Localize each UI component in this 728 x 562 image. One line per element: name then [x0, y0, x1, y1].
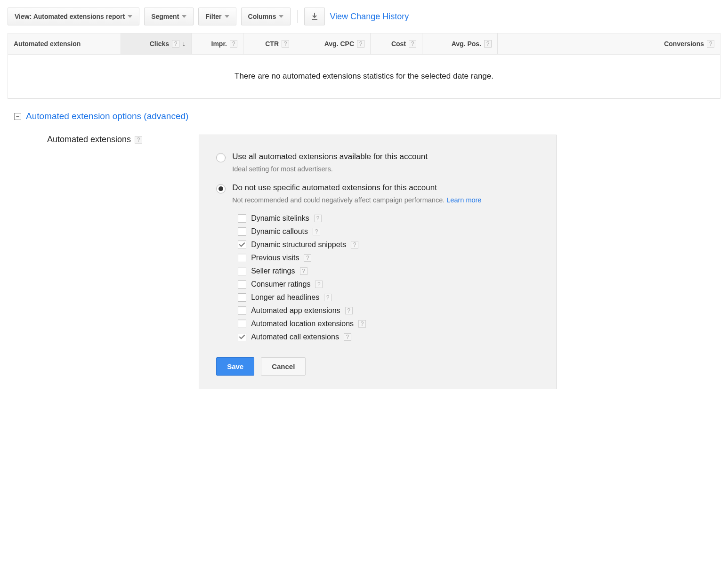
checkbox-row[interactable]: Dynamic structured snippets?	[238, 241, 539, 249]
col-header-label: Conversions	[664, 40, 704, 48]
col-header-label: Cost	[391, 40, 406, 48]
help-icon[interactable]: ?	[351, 241, 358, 249]
help-icon[interactable]: ?	[282, 40, 289, 48]
help-icon[interactable]: ?	[172, 40, 179, 48]
col-header-label: CTR	[265, 40, 279, 48]
help-icon[interactable]: ?	[315, 281, 323, 288]
radio-label: Do not use specific automated extensions…	[232, 183, 437, 193]
col-header-impr[interactable]: Impr. ?	[192, 33, 243, 54]
subtext-body: Not recommended and could negatively aff…	[232, 196, 446, 204]
segment-dropdown-label: Segment	[151, 13, 179, 20]
col-header-avg-cpc[interactable]: Avg. CPC ?	[295, 33, 371, 54]
advanced-section-header: − Automated extension options (advanced)	[14, 111, 720, 121]
checkbox-icon[interactable]	[238, 333, 246, 341]
checkbox-icon[interactable]	[238, 241, 246, 249]
checkbox-label: Dynamic sitelinks	[251, 214, 309, 223]
table-header-row: Automated extension Clicks ? ↓ Impr. ? C…	[8, 33, 720, 55]
checkbox-label: Seller ratings	[251, 267, 295, 275]
checkbox-row[interactable]: Seller ratings?	[238, 267, 539, 275]
help-icon[interactable]: ?	[357, 40, 364, 48]
radio-icon[interactable]	[216, 184, 226, 193]
radio-icon[interactable]	[216, 153, 226, 162]
table-empty-message: There are no automated extensions statis…	[8, 55, 720, 98]
extension-checkbox-list: Dynamic sitelinks?Dynamic callouts?Dynam…	[238, 214, 539, 341]
view-dropdown-label: View: Automated extensions report	[15, 13, 125, 20]
advanced-section-body: Automated extensions ? Use all automated…	[14, 135, 720, 389]
checkbox-label: Previous visits	[251, 254, 299, 262]
side-label-text: Automated extensions	[47, 135, 131, 145]
checkbox-row[interactable]: Automated location extensions?	[238, 320, 539, 328]
panel-actions: Save Cancel	[216, 357, 539, 376]
col-header-conversions[interactable]: Conversions ?	[498, 33, 720, 54]
help-icon[interactable]: ?	[314, 215, 322, 222]
help-icon[interactable]: ?	[230, 40, 237, 48]
radio-option-do-not-use[interactable]: Do not use specific automated extensions…	[216, 183, 539, 193]
radio-label: Use all automated extensions available f…	[232, 152, 428, 161]
col-header-label: Avg. Pos.	[452, 40, 481, 48]
advanced-section: − Automated extension options (advanced)…	[8, 111, 720, 389]
checkbox-row[interactable]: Consumer ratings?	[238, 280, 539, 289]
help-icon[interactable]: ?	[324, 294, 332, 301]
help-icon[interactable]: ?	[304, 254, 311, 262]
radio-do-not-use-subtext: Not recommended and could negatively aff…	[232, 196, 539, 204]
checkbox-icon[interactable]	[238, 280, 246, 289]
checkbox-row[interactable]: Automated call extensions?	[238, 333, 539, 341]
options-panel: Use all automated extensions available f…	[199, 135, 557, 389]
checkbox-label: Automated location extensions	[251, 320, 354, 328]
checkbox-row[interactable]: Automated app extensions?	[238, 306, 539, 315]
help-icon[interactable]: ?	[313, 228, 320, 235]
view-dropdown[interactable]: View: Automated extensions report	[8, 8, 139, 25]
help-icon[interactable]: ?	[358, 320, 366, 328]
col-header-label: Impr.	[211, 40, 227, 48]
checkbox-icon[interactable]	[238, 293, 246, 302]
checkbox-icon[interactable]	[238, 267, 246, 275]
sort-descending-icon: ↓	[182, 40, 186, 48]
help-icon[interactable]: ?	[344, 333, 351, 341]
checkbox-label: Dynamic callouts	[251, 227, 308, 236]
col-header-avg-pos[interactable]: Avg. Pos. ?	[422, 33, 498, 54]
checkbox-label: Automated app extensions	[251, 306, 340, 315]
filter-dropdown[interactable]: Filter	[198, 8, 236, 25]
col-header-label: Clicks	[150, 40, 169, 48]
checkbox-label: Longer ad headlines	[251, 293, 319, 302]
report-table: Automated extension Clicks ? ↓ Impr. ? C…	[8, 33, 720, 99]
checkbox-row[interactable]: Dynamic callouts?	[238, 227, 539, 236]
checkbox-icon[interactable]	[238, 320, 246, 328]
help-icon[interactable]: ?	[135, 136, 142, 144]
help-icon[interactable]: ?	[345, 307, 353, 314]
automated-extensions-label: Automated extensions ?	[14, 135, 142, 145]
caret-down-icon	[225, 15, 229, 18]
checkbox-row[interactable]: Previous visits?	[238, 254, 539, 262]
segment-dropdown[interactable]: Segment	[144, 8, 194, 25]
help-icon[interactable]: ?	[484, 40, 492, 48]
radio-option-use-all[interactable]: Use all automated extensions available f…	[216, 152, 539, 162]
download-button[interactable]	[304, 8, 325, 25]
checkbox-icon[interactable]	[238, 227, 246, 236]
col-header-ctr[interactable]: CTR ?	[243, 33, 295, 54]
help-icon[interactable]: ?	[409, 40, 416, 48]
caret-down-icon	[182, 15, 186, 18]
help-icon[interactable]: ?	[300, 267, 307, 275]
checkbox-icon[interactable]	[238, 306, 246, 315]
columns-dropdown[interactable]: Columns	[241, 8, 291, 25]
col-header-automated-extension[interactable]: Automated extension	[8, 33, 121, 54]
caret-down-icon	[279, 15, 283, 18]
checkbox-icon[interactable]	[238, 254, 246, 262]
collapse-toggle-icon[interactable]: −	[14, 113, 21, 120]
checkbox-row[interactable]: Longer ad headlines?	[238, 293, 539, 302]
checkbox-label: Dynamic structured snippets	[251, 241, 346, 249]
col-header-label: Automated extension	[14, 40, 81, 48]
save-button[interactable]: Save	[216, 357, 254, 376]
advanced-section-title[interactable]: Automated extension options (advanced)	[26, 111, 188, 121]
col-header-clicks[interactable]: Clicks ? ↓	[121, 33, 192, 54]
view-change-history-link[interactable]: View Change History	[330, 12, 409, 22]
col-header-cost[interactable]: Cost ?	[371, 33, 422, 54]
toolbar: View: Automated extensions report Segmen…	[8, 8, 720, 25]
checkbox-icon[interactable]	[238, 214, 246, 223]
checkbox-row[interactable]: Dynamic sitelinks?	[238, 214, 539, 223]
learn-more-link[interactable]: Learn more	[446, 196, 481, 204]
columns-dropdown-label: Columns	[248, 13, 276, 20]
caret-down-icon	[128, 15, 132, 18]
help-icon[interactable]: ?	[707, 40, 714, 48]
cancel-button[interactable]: Cancel	[261, 357, 306, 376]
